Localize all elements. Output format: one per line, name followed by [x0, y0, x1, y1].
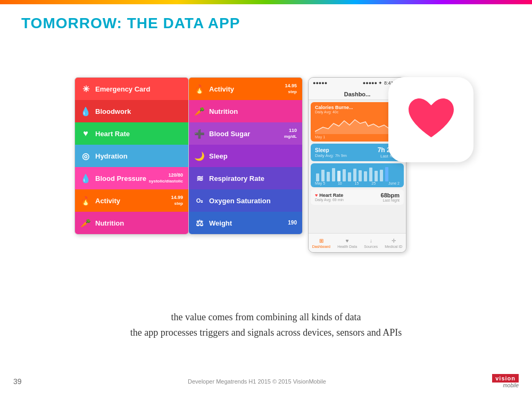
logo-top-text: vision — [495, 375, 516, 381]
chart-label-start: May 1 — [315, 135, 325, 139]
emergency-icon: ✳ — [80, 84, 91, 94]
page-title: Tomorrow: The Data App — [21, 15, 240, 32]
chart-label: 25 — [371, 181, 376, 185]
sleep-subtitle: Daily Avg: 7h 9m — [315, 153, 347, 158]
item-value: 14.95step — [285, 83, 297, 95]
heart-rate-card: ♥ Heart Rate Daily Avg: 69 min 68bpm Las… — [311, 189, 404, 205]
tab-sources[interactable]: ↓ Sources — [364, 238, 378, 248]
heart-icon: ♥ — [80, 129, 91, 138]
tab-dashboard[interactable]: ⊞ Dashboard — [312, 238, 330, 248]
page-number: 39 — [13, 377, 22, 386]
heart-app-icon — [388, 77, 473, 162]
sleep-icon: 🌙 — [194, 151, 205, 161]
list-item: 🔥 Activity 14.99step — [75, 189, 188, 212]
health-data-icon: ♥ — [346, 238, 349, 244]
phone-left: ✳ Emergency Card 💧 Bloodwork ♥ Heart Rat… — [74, 77, 189, 235]
chart-label: June 2 — [388, 181, 400, 185]
logo-top: vision — [492, 374, 519, 383]
bloodwork-icon: 💧 — [80, 106, 91, 117]
list-item: ⚖ Weight 190 — [189, 212, 302, 234]
item-label: Nutrition — [95, 219, 183, 227]
item-label: Sleep — [209, 152, 297, 160]
item-label: Nutrition — [209, 107, 297, 115]
tab-medical-id[interactable]: ✛ Medical ID — [385, 238, 402, 248]
list-item: ✳ Emergency Card — [75, 78, 188, 100]
top-gradient-bar — [0, 0, 532, 4]
svg-rect-9 — [364, 171, 367, 181]
oxygen-icon: O₂ — [194, 197, 205, 204]
footer-copyright: Developer Megatrends H1 2015 © 2015 Visi… — [188, 378, 326, 385]
svg-rect-7 — [353, 169, 356, 181]
svg-rect-4 — [337, 171, 340, 181]
svg-rect-3 — [332, 168, 335, 181]
list-item: ◎ Hydration — [75, 145, 188, 167]
bp-icon: 💧 — [80, 173, 91, 184]
body-line1: the value comes from combining all kinds… — [0, 310, 532, 325]
activity-icon: 🔥 — [194, 84, 205, 94]
list-item: 🌙 Sleep — [189, 145, 302, 167]
tab-label: Health Data — [337, 245, 357, 248]
list-item: 💧 Blood Pressure 120/80systolic/diastoli… — [75, 167, 188, 189]
nutrition-icon: 🥕 — [80, 218, 91, 228]
hr-sub: Last Night — [381, 198, 400, 202]
calories-title: Calories Burne... — [315, 105, 400, 110]
heart-svg — [406, 97, 456, 143]
body-line2: the app processes triggers and signals a… — [0, 325, 532, 340]
item-label: Bloodwork — [95, 107, 183, 115]
sleep-chart-area: May 5 10 15 25 June 2 — [311, 163, 404, 187]
hr-title: Heart Rate — [319, 193, 343, 198]
svg-rect-10 — [369, 168, 372, 181]
bloodsugar-icon: ➕ — [194, 129, 205, 139]
svg-rect-13 — [385, 167, 388, 181]
item-label: Weight — [209, 219, 288, 227]
chart-label: 15 — [355, 181, 359, 185]
dashboard-title-text: Dashbo... — [344, 91, 371, 97]
list-item: O₂ Oxygen Saturation — [189, 189, 302, 212]
hydration-icon: ◎ — [80, 151, 91, 161]
activity-icon: 🔥 — [80, 196, 91, 206]
list-item: 🥕 Nutrition — [189, 100, 302, 122]
calories-subtitle: Daily Avg: 40c — [315, 110, 400, 114]
item-label: Oxygen Saturation — [209, 197, 297, 205]
item-label: Activity — [95, 197, 171, 205]
svg-rect-2 — [327, 172, 330, 181]
footer: 39 Developer Megatrends H1 2015 © 2015 V… — [0, 374, 532, 388]
hr-value: 68bpm — [381, 192, 400, 198]
tab-label: Medical ID — [385, 245, 402, 248]
sleep-title: Sleep — [315, 147, 347, 153]
item-label: Blood Pressure — [95, 174, 149, 182]
weight-icon: ⚖ — [194, 218, 205, 228]
body-text: the value comes from combining all kinds… — [0, 310, 532, 340]
sources-icon: ↓ — [370, 238, 372, 244]
tab-health-data[interactable]: ♥ Health Data — [337, 238, 357, 248]
item-value: 14.99step — [171, 195, 183, 206]
mockup-container: ✳ Emergency Card 💧 Bloodwork ♥ Heart Rat… — [74, 77, 406, 253]
list-item: ♥ Heart Rate — [75, 122, 188, 145]
list-item: ➕ Blood Sugar 110mg/dL — [189, 122, 302, 145]
item-label: Activity — [209, 85, 285, 93]
list-item: 💧 Bloodwork — [75, 100, 188, 122]
svg-rect-12 — [380, 170, 383, 181]
logo-bottom: mobile — [503, 383, 519, 388]
heart-rate-icon: ♥ — [315, 193, 318, 198]
respiratory-icon: ≋ — [194, 173, 205, 184]
list-item: ≋ Respiratory Rate — [189, 167, 302, 189]
item-label: Blood Sugar — [209, 130, 284, 138]
item-value: 110mg/dL — [284, 128, 297, 139]
svg-rect-8 — [359, 170, 362, 181]
list-item: 🥕 Nutrition — [75, 212, 188, 234]
svg-rect-1 — [321, 170, 325, 181]
svg-rect-0 — [316, 173, 319, 181]
item-value: 120/80systolic/diastolic — [149, 172, 183, 184]
svg-rect-6 — [348, 172, 351, 181]
svg-rect-5 — [343, 169, 346, 181]
signal-dots: ●●●●● — [313, 80, 327, 86]
dashboard-tab-icon: ⊞ — [319, 238, 323, 244]
item-label: Emergency Card — [95, 85, 183, 93]
item-label: Hydration — [95, 152, 183, 160]
hr-subtitle: Daily Avg: 69 min — [315, 198, 344, 202]
svg-rect-11 — [375, 171, 378, 181]
list-item: 🔥 Activity 14.95step — [189, 78, 302, 100]
item-label: Heart Rate — [95, 130, 183, 138]
item-label: Respiratory Rate — [209, 174, 297, 182]
